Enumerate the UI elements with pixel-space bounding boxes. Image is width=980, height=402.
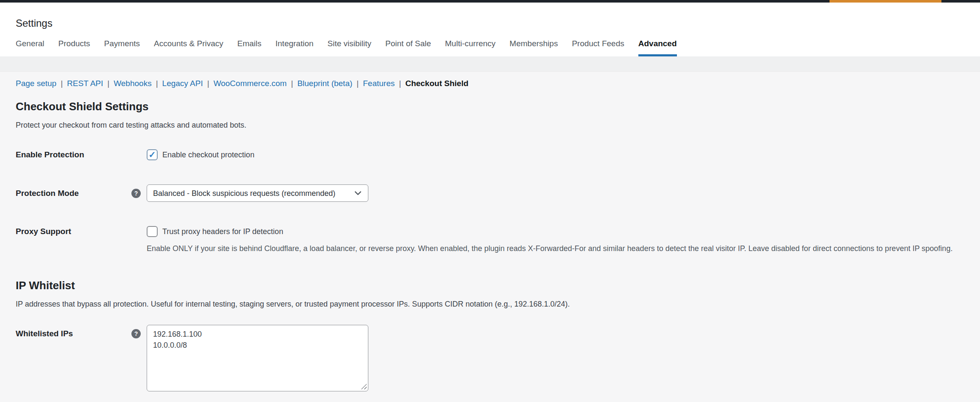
field-proxy-support: Trust proxy headers for IP detection: [147, 226, 961, 237]
tab-memberships[interactable]: Memberships: [509, 39, 558, 56]
tab-integration[interactable]: Integration: [276, 39, 314, 56]
settings-tabs: General Products Payments Accounts & Pri…: [16, 39, 980, 56]
tab-general[interactable]: General: [16, 39, 45, 56]
section-title-checkout-shield: Checkout Shield Settings: [16, 89, 961, 113]
settings-page: Settings General Products Payments Accou…: [0, 0, 980, 402]
form-row-proxy-support: Proxy Support Trust proxy headers for IP…: [16, 226, 961, 254]
settings-body: Page setup|REST API|Webhooks|Legacy API|…: [0, 56, 980, 391]
tab-emails[interactable]: Emails: [237, 39, 262, 56]
top-edge-accent-segment: [830, 0, 941, 3]
section-title-ip-whitelist: IP Whitelist: [16, 268, 961, 292]
subnav-link-rest-api[interactable]: REST API: [67, 79, 103, 88]
subnav-separator: |: [107, 79, 109, 88]
subnav-link-blueprint-beta[interactable]: Blueprint (beta): [297, 79, 352, 88]
proxy-support-checkbox-label: Trust proxy headers for IP detection: [162, 227, 283, 236]
subnav-link-features[interactable]: Features: [363, 79, 395, 88]
subnav-separator: |: [207, 79, 209, 88]
settings-subnav: Page setup|REST API|Webhooks|Legacy API|…: [16, 72, 961, 89]
enable-protection-checkbox[interactable]: [147, 149, 158, 160]
subnav-separator: |: [156, 79, 158, 88]
section-description-checkout-shield: Protect your checkout from card testing …: [16, 113, 961, 130]
header-shadow-band: [0, 56, 980, 72]
tab-payments[interactable]: Payments: [104, 39, 140, 56]
protection-mode-select[interactable]: Balanced - Block suspicious requests (re…: [147, 184, 368, 202]
form-row-protection-mode: Protection Mode Balanced - Block suspici…: [16, 184, 961, 202]
subnav-link-legacy-api[interactable]: Legacy API: [162, 79, 203, 88]
tab-point-of-sale[interactable]: Point of Sale: [385, 39, 431, 56]
tab-advanced[interactable]: Advanced: [638, 39, 677, 56]
field-label-proxy-support: Proxy Support: [16, 226, 131, 237]
section-description-ip-whitelist: IP addresses that bypass all protection.…: [16, 292, 961, 309]
subnav-separator: |: [399, 79, 401, 88]
tab-product-feeds[interactable]: Product Feeds: [572, 39, 624, 56]
field-label-enable-protection: Enable Protection: [16, 150, 131, 160]
page-title: Settings: [16, 3, 980, 30]
proxy-support-hint: Enable ONLY if your site is behind Cloud…: [147, 244, 961, 254]
tab-multi-currency[interactable]: Multi-currency: [445, 39, 496, 56]
tab-accounts-privacy[interactable]: Accounts & Privacy: [154, 39, 223, 56]
settings-header: Settings General Products Payments Accou…: [0, 3, 980, 56]
top-edge-bar: [0, 0, 980, 3]
question-mark-icon[interactable]: [131, 189, 141, 198]
form-row-whitelisted-ips: Whitelisted IPs 192.168.1.100 10.0.0.0/8: [16, 325, 961, 391]
tab-site-visibility[interactable]: Site visibility: [328, 39, 371, 56]
whitelisted-ips-textarea[interactable]: 192.168.1.100 10.0.0.0/8: [147, 325, 368, 391]
subnav-link-webhooks[interactable]: Webhooks: [114, 79, 151, 88]
subnav-separator: |: [356, 79, 359, 88]
field-label-whitelisted-ips: Whitelisted IPs: [16, 325, 131, 339]
subnav-current-checkout-shield: Checkout Shield: [405, 79, 468, 88]
field-whitelisted-ips: 192.168.1.100 10.0.0.0/8: [147, 325, 961, 391]
form-row-enable-protection: Enable Protection Enable checkout protec…: [16, 149, 961, 160]
field-enable-protection: Enable checkout protection: [147, 149, 961, 160]
question-mark-icon[interactable]: [131, 329, 141, 338]
enable-protection-checkbox-label: Enable checkout protection: [162, 151, 254, 159]
field-label-protection-mode: Protection Mode: [16, 188, 131, 198]
proxy-support-checkbox[interactable]: [147, 226, 158, 237]
subnav-link-woocommerce-com[interactable]: WooCommerce.com: [214, 79, 287, 88]
tab-products[interactable]: Products: [58, 39, 90, 56]
subnav-separator: |: [291, 79, 293, 88]
subnav-separator: |: [61, 79, 63, 88]
field-protection-mode: Balanced - Block suspicious requests (re…: [147, 184, 961, 202]
subnav-link-page-setup[interactable]: Page setup: [16, 79, 56, 88]
